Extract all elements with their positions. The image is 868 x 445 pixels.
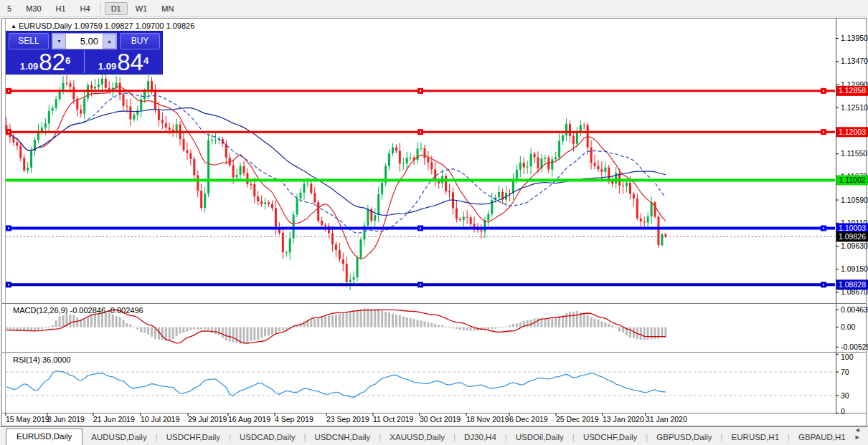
- rsi-tick-label: 0: [841, 407, 845, 416]
- tab-audusd-daily[interactable]: AUDUSD,Daily: [82, 430, 155, 445]
- volume-spinner: ▼ ▲: [52, 33, 117, 49]
- macd-tick-label: 0.00463: [841, 305, 868, 314]
- date-tick-label: 25 Dec 2019: [556, 415, 599, 424]
- price-tick-label: 1.09630: [841, 241, 868, 250]
- date-tick-label: 31 Jan 2020: [646, 415, 687, 424]
- bid-price-main: 82: [39, 53, 65, 72]
- chart-symbol-label: EURUSD,Daily: [19, 21, 72, 30]
- ask-price-pip: 4: [143, 50, 148, 72]
- date-tick-label: 15 May 2019: [6, 415, 49, 424]
- one-click-trading-panel: SELL ▼ ▲ BUY 1.09826 1.09844: [6, 31, 163, 75]
- ask-price-main: 84: [117, 53, 143, 72]
- tab-eurusd-h1[interactable]: EURUSD,H1: [723, 430, 788, 445]
- rsi-tick-label: 70: [841, 368, 849, 376]
- trading-platform-window: 5M30H1H4D1W1MN 1.139501.134701.129901.12…: [0, 0, 868, 445]
- tab-usdoil-daily[interactable]: USDOil,Daily: [507, 430, 572, 445]
- rsi-tick-label: 30: [841, 391, 849, 400]
- price-badge-text: 1.11002: [839, 176, 865, 184]
- date-tick-label: 29 Jul 2019: [188, 415, 227, 424]
- ask-price-display[interactable]: 1.09844: [85, 50, 162, 73]
- bid-price-pip: 6: [65, 50, 70, 72]
- date-tick-label: 11 Oct 2019: [373, 415, 414, 424]
- chart-frame: [2, 19, 867, 426]
- tab-gbpaud-h1[interactable]: GBPAUD,H1: [790, 430, 854, 445]
- date-tick-label: 3 Jun 2019: [47, 415, 85, 424]
- tab-usdcnh-daily[interactable]: USDCNH,Daily: [306, 430, 379, 445]
- price-tick-label: 1.12510: [841, 103, 868, 112]
- macd-tick-label: 0.00: [841, 322, 856, 331]
- chart-ohlc-header: ▲ EURUSD,Daily 1.09759 1.09827 1.09700 1…: [11, 21, 194, 30]
- price-badge-text: 1.10003: [839, 224, 866, 232]
- tab-usdchf-daily[interactable]: USDCHF,Daily: [575, 430, 646, 445]
- ohlc-close: 1.09826: [166, 21, 195, 30]
- tab-scroll-arrows[interactable]: ◄ ►: [854, 426, 868, 445]
- price-badge-text: 1.08828: [839, 280, 866, 289]
- ohlc-high: 1.09827: [105, 21, 133, 30]
- tab-usdchf-daily[interactable]: USDCHF,Daily: [158, 430, 229, 445]
- price-badge-text: 1.09826: [839, 232, 866, 241]
- date-tick-label: 6 Dec 2019: [509, 415, 548, 424]
- tab-gbpusd-daily[interactable]: GBPUSD,Daily: [648, 430, 720, 445]
- bid-price-prefix: 1.09: [20, 61, 38, 72]
- tab-usdcad-daily[interactable]: USDCAD,Daily: [231, 430, 303, 445]
- ohlc-low: 1.09700: [136, 21, 164, 30]
- price-tick-label: 1.09150: [841, 264, 868, 273]
- volume-increase-button[interactable]: ▲: [103, 34, 116, 49]
- date-tick-label: 18 Nov 2019: [466, 415, 509, 424]
- date-tick-label: 10 Jul 2019: [141, 415, 179, 424]
- date-tick-label: 4 Sep 2019: [275, 415, 313, 424]
- date-axis: 15 May 20193 Jun 201921 Jun 201910 Jul 2…: [6, 413, 687, 424]
- date-tick-label: 13 Jan 2020: [603, 415, 644, 424]
- rsi-indicator-label: RSI(14) 36.0000: [13, 355, 71, 364]
- sell-button[interactable]: SELL: [9, 33, 49, 49]
- rsi-tick-label: 100: [841, 353, 854, 361]
- ask-price-prefix: 1.09: [98, 61, 116, 72]
- date-tick-label: 23 Sep 2019: [326, 415, 369, 424]
- volume-input[interactable]: [66, 34, 103, 49]
- date-tick-label: 30 Oct 2019: [420, 415, 461, 424]
- price-tick-label: 1.11550: [841, 149, 867, 158]
- date-tick-label: 21 Jun 2019: [93, 415, 135, 424]
- symbol-tab-bar: EURUSD,DailyAUDUSD,Daily|USDCHF,Daily|US…: [0, 426, 868, 445]
- bid-price-display[interactable]: 1.09826: [6, 50, 85, 73]
- price-tick-label: 1.13950: [841, 34, 868, 42]
- price-tick-label: 1.10590: [841, 196, 868, 204]
- price-badge-text: 1.12003: [839, 128, 866, 136]
- date-tick-label: 16 Aug 2019: [228, 415, 270, 424]
- tab-xauusd-daily[interactable]: XAUUSD,Daily: [381, 430, 453, 445]
- macd-indicator-label: MACD(12,26,9) -0.002846 -0.002496: [13, 306, 143, 315]
- ohlc-open: 1.09759: [74, 21, 103, 30]
- buy-button[interactable]: BUY: [120, 33, 160, 49]
- price-tick-label: 1.13470: [841, 57, 868, 65]
- tab-eurusd-daily[interactable]: EURUSD,Daily: [6, 429, 82, 445]
- price-badge-text: 1.12858: [839, 86, 866, 95]
- tab-dj30-h4[interactable]: DJ30,H4: [456, 430, 505, 445]
- collapse-triangle-icon[interactable]: ▲: [11, 23, 16, 29]
- volume-decrease-button[interactable]: ▼: [52, 34, 66, 49]
- macd-tick-label: -0.005295: [841, 343, 868, 351]
